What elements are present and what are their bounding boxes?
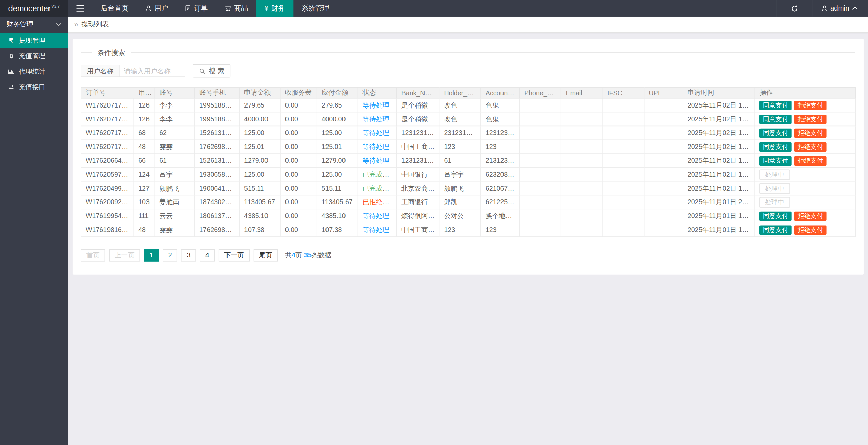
cell-email (561, 112, 603, 126)
cell-user_id: 48 (134, 223, 155, 237)
approve-payment-button[interactable]: 同意支付 (760, 225, 792, 235)
column-header: 收服务费 (280, 87, 317, 98)
sidebar-item-withdraw[interactable]: ₹ 提现管理 (0, 33, 68, 48)
cell-actions: 同意支付拒绝支付 (755, 98, 855, 112)
cell-holder_name: 改色 (439, 98, 481, 112)
table-header-row: 订单号 用户ID 账号 账号手机 申请金额 收服务费 应付金额 状态 Bank_… (81, 87, 855, 98)
cell-user_id: 66 (134, 154, 155, 168)
pagination-page-3[interactable]: 3 (181, 249, 196, 262)
cell-phone: 17626989672 (195, 223, 239, 237)
cell-order_no: W176206646278580 (81, 154, 134, 168)
search-button[interactable]: 搜 索 (193, 64, 231, 77)
sidebar-item-agent-stats[interactable]: 代理统计 (0, 64, 68, 79)
cell-upi (644, 195, 683, 209)
cell-ifsc (603, 181, 644, 195)
cell-upi (644, 223, 683, 237)
table-row: W1762066462785806661152613152611279.000.… (81, 154, 855, 168)
user-menu[interactable]: admin (813, 0, 868, 17)
table-header: 订单号 用户ID 账号 账号手机 申请金额 收服务费 应付金额 状态 Bank_… (81, 87, 855, 98)
cell-apply_time: 2025年11月01日 23:01:18 (683, 195, 755, 209)
cell-user_id: 68 (134, 126, 155, 140)
cell-email (561, 140, 603, 154)
admin-user-icon (821, 5, 828, 12)
reject-payment-button[interactable]: 拒绝支付 (794, 142, 827, 152)
cell-actions: 处理中 (755, 195, 855, 209)
status-badge: 等待处理 (362, 156, 389, 164)
column-header: Account_Nu... (481, 87, 519, 98)
sidebar-toggle-button[interactable] (68, 0, 93, 17)
nav-item-system[interactable]: 系统管理 (293, 0, 338, 17)
main-area: » 提现列表 条件搜索 用户名称 搜 索 (68, 17, 868, 445)
cell-phone: 18743022160 (195, 195, 239, 209)
pagination-next[interactable]: 下一页 (218, 249, 249, 262)
cell-upi (644, 98, 683, 112)
cell-bank_name: 北京农商银行 (397, 181, 439, 195)
approve-payment-button[interactable]: 同意支付 (760, 211, 792, 221)
nav-item-users[interactable]: 用户 (137, 0, 177, 17)
cell-phone_number (519, 168, 561, 181)
pagination-page-1[interactable]: 1 (144, 249, 159, 262)
approve-payment-button[interactable]: 同意支付 (760, 100, 792, 110)
nav-item-dashboard[interactable]: 后台首页 (93, 0, 137, 17)
cell-fee: 0.00 (280, 126, 317, 140)
pagination-page-4[interactable]: 4 (200, 249, 215, 262)
approve-payment-button[interactable]: 同意支付 (760, 156, 792, 166)
search-legend: 条件搜索 (92, 48, 131, 58)
approve-payment-button[interactable]: 同意支付 (760, 142, 792, 152)
reject-payment-button[interactable]: 拒绝支付 (794, 100, 827, 110)
cell-phone: 19306580359 (195, 168, 239, 181)
cell-apply_amount: 1279.00 (239, 154, 280, 168)
cell-actions: 处理中 (755, 181, 855, 195)
reject-payment-button[interactable]: 拒绝支付 (794, 114, 827, 124)
reject-payment-button[interactable]: 拒绝支付 (794, 225, 827, 235)
cell-ifsc (603, 195, 644, 209)
cell-email (561, 168, 603, 181)
nav-item-finance[interactable]: ¥ 财务 (256, 0, 293, 17)
logo-text: democenter (8, 4, 51, 13)
table-row: W176205972616332124吕宇19306580359125.000.… (81, 168, 855, 181)
pagination-page-2[interactable]: 2 (162, 249, 177, 262)
sidebar-item-recharge-api[interactable]: 充值接口 (0, 79, 68, 95)
cell-status: 等待处理 (358, 112, 397, 126)
pagination-prev[interactable]: 上一页 (109, 249, 140, 262)
cell-account_number: 62320828000... (481, 168, 519, 181)
cell-phone: 19951888888 (195, 98, 239, 112)
reject-payment-button[interactable]: 拒绝支付 (794, 156, 827, 166)
column-header: Holder_Name (439, 87, 481, 98)
cell-account: 李李 (155, 98, 195, 112)
cart-icon (224, 5, 231, 12)
search-form: 用户名称 搜 索 (81, 64, 855, 77)
approve-payment-button[interactable]: 同意支付 (760, 128, 792, 138)
cell-holder_name: 吕宇宇 (439, 168, 481, 181)
cell-user_id: 124 (134, 168, 155, 181)
cell-bank_name: 烦得很阿尔很... (397, 209, 439, 223)
sidebar-section-finance[interactable]: 财务管理 (0, 17, 68, 33)
pagination-last[interactable]: 尾页 (253, 249, 278, 262)
table-row: W17619816784651148雯雯17626989672107.380.0… (81, 223, 855, 237)
sidebar-item-recharge[interactable]: 充值管理 (0, 48, 68, 64)
refresh-button[interactable] (777, 0, 812, 17)
username-input[interactable] (119, 65, 185, 77)
pagination-first[interactable]: 首页 (81, 249, 105, 262)
column-header: IFSC (603, 87, 644, 98)
nav-item-goods[interactable]: 商品 (216, 0, 256, 17)
breadcrumb-arrow-icon: » (74, 20, 78, 28)
nav-item-orders[interactable]: 订单 (177, 0, 216, 17)
cell-order_no: W176207170161766 (81, 140, 134, 154)
cell-status: 等待处理 (358, 209, 397, 223)
cell-status: 已拒绝支付 (358, 195, 397, 209)
column-header: 申请金额 (239, 87, 280, 98)
cell-status: 等待处理 (358, 154, 397, 168)
cell-ifsc (603, 209, 644, 223)
cell-ifsc (603, 168, 644, 181)
reject-payment-button[interactable]: 拒绝支付 (794, 128, 827, 138)
approve-payment-button[interactable]: 同意支付 (760, 114, 792, 124)
cell-phone_number (519, 140, 561, 154)
hamburger-icon (76, 5, 84, 12)
reject-payment-button[interactable]: 拒绝支付 (794, 211, 827, 221)
app-logo[interactable]: democenter V3.7 (0, 0, 68, 17)
exchange-icon (7, 84, 15, 90)
search-icon (199, 67, 206, 74)
refresh-icon (791, 5, 798, 12)
breadcrumb: » 提现列表 (68, 17, 868, 33)
